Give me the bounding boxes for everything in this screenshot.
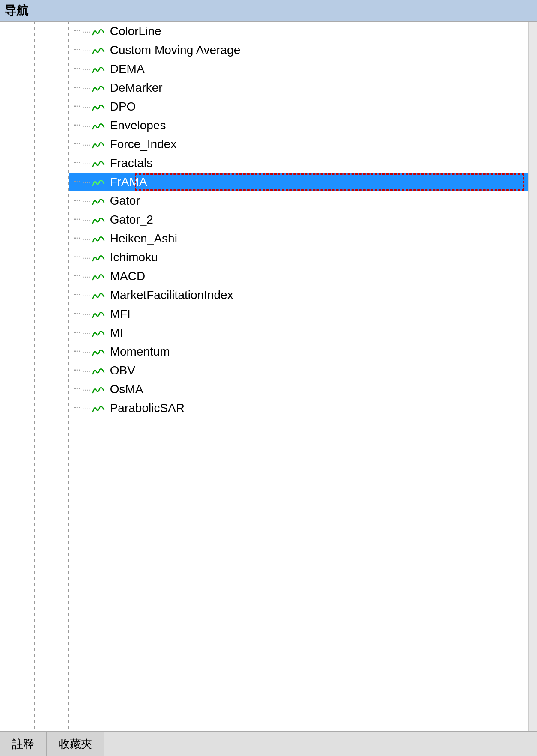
panel-title: 导航 — [0, 0, 537, 22]
tree-connector: ···· — [82, 366, 90, 376]
item-label: OBV — [110, 364, 135, 377]
list-item-ichimoku[interactable]: ····Ichimoku — [69, 248, 528, 267]
indicator-icon — [92, 365, 106, 376]
tree-connector: ···· — [82, 347, 90, 357]
tree-connector: ···· — [82, 102, 90, 112]
tree-connector: ···· — [82, 177, 90, 187]
list-item-osma[interactable]: ····OsMA — [69, 380, 528, 399]
list-item-custom-moving-average[interactable]: ····Custom Moving Average — [69, 41, 528, 60]
indicator-icon — [92, 157, 106, 169]
tree-connector: ···· — [82, 196, 90, 206]
item-label: ColorLine — [110, 24, 161, 38]
list-item-parabolic-sar[interactable]: ····ParabolicSAR — [69, 399, 528, 418]
list-item-envelopes[interactable]: ····Envelopes — [69, 116, 528, 135]
item-label: Momentum — [110, 345, 170, 359]
indicator-icon — [92, 233, 106, 244]
indicator-icon — [92, 120, 106, 131]
item-label: Gator — [110, 194, 140, 208]
tab-favorites[interactable]: 收藏夾 — [47, 732, 104, 756]
item-label: MFI — [110, 307, 131, 321]
list-item-dpo[interactable]: ····DPO — [69, 97, 528, 116]
indicator-icon — [92, 327, 106, 338]
tree-connector: ···· — [82, 158, 90, 168]
list-item-momentum[interactable]: ····Momentum — [69, 342, 528, 361]
panel-footer: 註釋 收藏夾 — [0, 731, 537, 756]
item-label: Heiken_Ashi — [110, 232, 177, 245]
tree-connector: ···· — [82, 234, 90, 244]
tree-connector: ···· — [82, 328, 90, 338]
list-item-frama[interactable]: ····FrAMA — [69, 173, 528, 191]
tree-connector: ···· — [82, 121, 90, 131]
tree-connector: ···· — [82, 309, 90, 319]
tree-connector: ···· — [82, 140, 90, 149]
item-label: Force_Index — [110, 137, 177, 151]
list-item-gator-2[interactable]: ····Gator_2 — [69, 210, 528, 229]
indicator-icon — [92, 402, 106, 414]
indicator-icon — [92, 101, 106, 112]
list-item-market-facilitation-index[interactable]: ····MarketFacilitationIndex — [69, 286, 528, 305]
list-item-fractals[interactable]: ····Fractals — [69, 154, 528, 173]
list-item-colorline[interactable]: ····ColorLine — [69, 22, 528, 41]
tree-connector: ···· — [82, 272, 90, 281]
tree-connector: ···· — [82, 385, 90, 394]
dashed-selection-border — [135, 173, 524, 191]
tree-list: ····ColorLine····Custom Moving Average··… — [69, 22, 528, 731]
item-label: Gator_2 — [110, 213, 153, 227]
item-label: MACD — [110, 269, 145, 283]
indicator-icon — [92, 82, 106, 93]
tree-connector: ···· — [82, 403, 90, 413]
tree-connector: ···· — [82, 215, 90, 225]
tab-notes[interactable]: 註釋 — [0, 732, 47, 756]
item-label: DPO — [110, 100, 136, 114]
indicator-icon — [92, 176, 106, 188]
item-label: OsMA — [110, 382, 143, 396]
tree-connector: ···· — [82, 27, 90, 36]
list-item-demarker[interactable]: ····DeMarker — [69, 78, 528, 97]
item-label: ParabolicSAR — [110, 401, 185, 415]
panel-content: ····ColorLine····Custom Moving Average··… — [0, 22, 537, 731]
indicator-icon — [92, 251, 106, 263]
item-label: DEMA — [110, 62, 145, 76]
item-label: FrAMA — [110, 175, 147, 189]
list-item-force-index[interactable]: ····Force_Index — [69, 135, 528, 154]
indicator-icon — [92, 289, 106, 301]
navigation-panel: 导航 ····ColorLine····Custom Moving Averag… — [0, 0, 537, 756]
item-label: Fractals — [110, 156, 153, 170]
indicator-icon — [92, 63, 106, 75]
indicator-icon — [92, 270, 106, 282]
indicator-icon — [92, 346, 106, 357]
indicator-icon — [92, 138, 106, 150]
list-item-heiken-ashi[interactable]: ····Heiken_Ashi — [69, 229, 528, 248]
tree-connector: ···· — [82, 290, 90, 300]
item-label: DeMarker — [110, 81, 163, 95]
tree-connector: ···· — [82, 253, 90, 263]
list-item-mi[interactable]: ····MI — [69, 323, 528, 342]
indicator-icon — [92, 308, 106, 320]
indicator-icon — [92, 214, 106, 225]
item-label: MI — [110, 326, 123, 340]
tree-connector: ···· — [82, 83, 90, 93]
tree-connector: ···· — [82, 64, 90, 74]
list-item-dema[interactable]: ····DEMA — [69, 60, 528, 78]
indicator-icon — [92, 44, 106, 56]
indicator-icon — [92, 25, 106, 37]
indicator-icon — [92, 383, 106, 395]
tree-connector: ···· — [82, 45, 90, 55]
list-item-mfi[interactable]: ····MFI — [69, 305, 528, 323]
list-item-gator[interactable]: ····Gator — [69, 191, 528, 210]
scrollbar[interactable] — [528, 22, 537, 731]
tree-indent — [0, 22, 69, 731]
indicator-icon — [92, 195, 106, 206]
list-item-obv[interactable]: ····OBV — [69, 361, 528, 380]
item-label: Custom Moving Average — [110, 43, 241, 57]
item-label: Envelopes — [110, 119, 166, 132]
item-label: MarketFacilitationIndex — [110, 288, 233, 302]
list-item-macd[interactable]: ····MACD — [69, 267, 528, 286]
item-label: Ichimoku — [110, 251, 158, 264]
